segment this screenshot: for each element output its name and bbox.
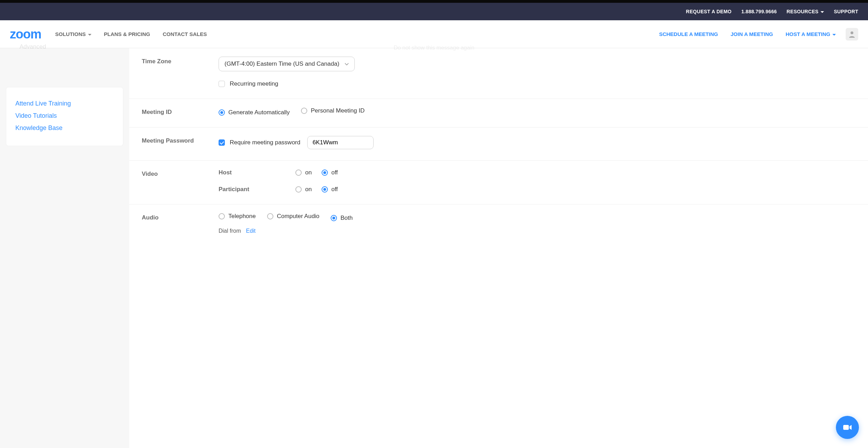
- phone-number[interactable]: 1.888.799.9666: [741, 9, 777, 14]
- host-meeting-dropdown[interactable]: HOST A MEETING: [786, 31, 836, 37]
- caret-down-icon: [88, 31, 91, 37]
- host-meeting-label: HOST A MEETING: [786, 31, 830, 37]
- section-password: Meeting Password Require meeting passwor…: [129, 128, 868, 161]
- audio-computer-radio[interactable]: Computer Audio: [267, 213, 319, 220]
- browser-top-strip: [0, 0, 868, 3]
- on-label: on: [305, 186, 312, 193]
- solutions-label: SOLUTIONS: [55, 31, 86, 37]
- video-label: Video: [142, 169, 219, 193]
- host-video-on-radio[interactable]: on: [295, 169, 312, 176]
- require-password-label: Require meeting password: [230, 139, 300, 146]
- section-video: Video Host on off Participant: [129, 161, 868, 204]
- contact-sales-link[interactable]: CONTACT SALES: [163, 31, 207, 37]
- resources-label: RESOURCES: [787, 9, 818, 14]
- section-timezone: Time Zone (GMT-4:00) Eastern Time (US an…: [129, 48, 868, 99]
- radio-icon: [301, 108, 307, 114]
- radio-icon: [295, 169, 302, 176]
- zoom-logo[interactable]: zoom: [10, 27, 41, 42]
- audio-both-radio[interactable]: Both: [331, 215, 353, 222]
- resources-dropdown[interactable]: RESOURCES: [787, 9, 824, 14]
- sidebar-link-knowledge[interactable]: Knowledge Base: [15, 124, 114, 132]
- section-meeting-id: Meeting ID Generate Automatically Person…: [129, 99, 868, 128]
- recurring-label: Recurring meeting: [230, 80, 278, 87]
- off-label: off: [331, 186, 338, 193]
- chevron-down-icon: [345, 60, 349, 67]
- radio-icon: [322, 169, 328, 176]
- user-icon: [848, 30, 856, 38]
- dial-from-label: Dial from: [219, 228, 241, 234]
- recurring-checkbox[interactable]: [219, 81, 225, 87]
- audio-telephone-radio[interactable]: Telephone: [219, 213, 256, 220]
- main-nav: Advanced Do not show this message again …: [0, 20, 868, 48]
- audio-telephone-label: Telephone: [228, 213, 256, 220]
- dial-edit-link[interactable]: Edit: [246, 228, 256, 234]
- require-password-checkbox[interactable]: [219, 139, 225, 146]
- sidebar-link-tutorials[interactable]: Video Tutorials: [15, 112, 114, 120]
- radio-icon: [331, 215, 337, 221]
- profile-avatar[interactable]: [846, 28, 858, 41]
- meeting-id-pmi-label: Personal Meeting ID: [311, 107, 365, 114]
- section-audio: Audio Telephone Computer Audio Both Dial…: [129, 204, 868, 245]
- timezone-select[interactable]: (GMT-4:00) Eastern Time (US and Canada): [219, 57, 355, 71]
- off-label: off: [331, 169, 338, 176]
- audio-label: Audio: [142, 213, 219, 234]
- timezone-label: Time Zone: [142, 57, 219, 87]
- svg-point-0: [851, 31, 853, 34]
- video-camera-icon: [842, 422, 853, 433]
- meeting-id-label: Meeting ID: [142, 107, 219, 116]
- radio-icon: [322, 186, 328, 193]
- sidebar-link-training[interactable]: Attend Live Training: [15, 100, 114, 107]
- radio-icon: [219, 109, 225, 116]
- caret-down-icon: [832, 31, 836, 37]
- help-links-box: Attend Live Training Video Tutorials Kno…: [6, 87, 123, 146]
- schedule-meeting-link[interactable]: SCHEDULE A MEETING: [659, 31, 718, 37]
- svg-rect-1: [843, 425, 849, 430]
- password-label: Meeting Password: [142, 136, 219, 149]
- nav-right-group: SCHEDULE A MEETING JOIN A MEETING HOST A…: [647, 28, 858, 41]
- radio-icon: [295, 186, 302, 193]
- request-demo-link[interactable]: REQUEST A DEMO: [686, 9, 732, 14]
- on-label: on: [305, 169, 312, 176]
- video-host-label: Host: [219, 169, 295, 176]
- schedule-form: Time Zone (GMT-4:00) Eastern Time (US an…: [129, 48, 868, 448]
- support-link[interactable]: SUPPORT: [834, 9, 858, 14]
- host-video-off-radio[interactable]: off: [322, 169, 338, 176]
- audio-both-label: Both: [340, 215, 353, 222]
- meeting-id-auto-radio[interactable]: Generate Automatically: [219, 109, 290, 116]
- password-input[interactable]: [307, 136, 374, 149]
- meeting-id-pmi-radio[interactable]: Personal Meeting ID: [301, 107, 365, 114]
- participant-video-on-radio[interactable]: on: [295, 186, 312, 193]
- join-meeting-link[interactable]: JOIN A MEETING: [731, 31, 773, 37]
- chat-fab-button[interactable]: [836, 416, 859, 439]
- nav-left-group: SOLUTIONS PLANS & PRICING CONTACT SALES: [55, 31, 219, 37]
- radio-icon: [219, 213, 225, 219]
- caret-down-icon: [821, 9, 824, 14]
- top-utility-bar: REQUEST A DEMO 1.888.799.9666 RESOURCES …: [0, 3, 868, 20]
- plans-pricing-link[interactable]: PLANS & PRICING: [104, 31, 150, 37]
- side-column: Attend Live Training Video Tutorials Kno…: [0, 48, 129, 448]
- radio-icon: [267, 213, 273, 219]
- page-layout: Attend Live Training Video Tutorials Kno…: [0, 48, 868, 448]
- timezone-value: (GMT-4:00) Eastern Time (US and Canada): [225, 60, 339, 67]
- participant-video-off-radio[interactable]: off: [322, 186, 338, 193]
- solutions-dropdown[interactable]: SOLUTIONS: [55, 31, 91, 37]
- video-participant-label: Participant: [219, 186, 295, 193]
- meeting-id-auto-label: Generate Automatically: [228, 109, 290, 116]
- audio-computer-label: Computer Audio: [277, 213, 319, 220]
